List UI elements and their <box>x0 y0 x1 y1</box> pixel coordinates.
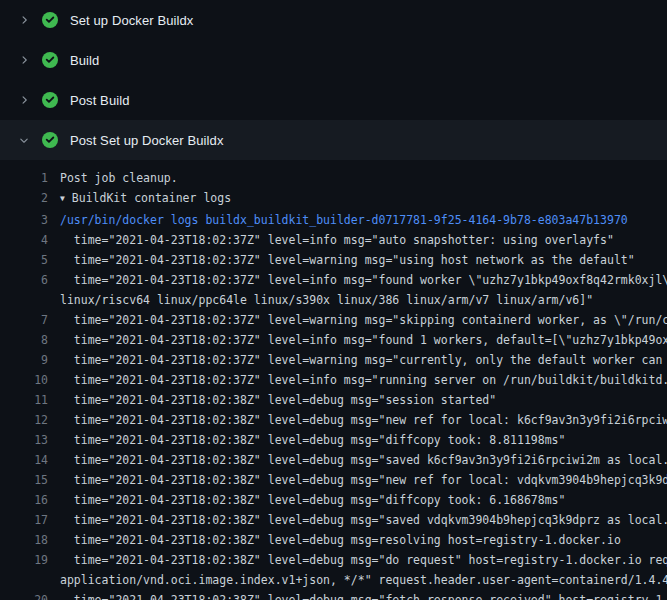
step-label: Post Set up Docker Buildx <box>70 133 224 148</box>
log-line: linux/riscv64 linux/ppc64le linux/s390x … <box>0 290 667 310</box>
log-text: time="2021-04-23T18:02:38Z" level=debug … <box>48 430 565 450</box>
line-number[interactable]: 19 <box>0 550 48 570</box>
line-number[interactable]: 18 <box>0 530 48 550</box>
log-text: time="2021-04-23T18:02:37Z" level=info m… <box>48 370 667 390</box>
success-check-icon <box>42 132 58 148</box>
line-number[interactable]: 14 <box>0 450 48 470</box>
log-text: time="2021-04-23T18:02:38Z" level=debug … <box>48 550 667 570</box>
log-text: time="2021-04-23T18:02:38Z" level=debug … <box>48 390 496 410</box>
log-text: time="2021-04-23T18:02:38Z" level=debug … <box>48 450 667 470</box>
line-number[interactable]: 20 <box>0 590 48 600</box>
log-text: time="2021-04-23T18:02:38Z" level=debug … <box>48 590 667 600</box>
line-number[interactable] <box>0 570 48 590</box>
line-number[interactable]: 8 <box>0 330 48 350</box>
step-header-post-build[interactable]: Post Build <box>0 80 667 120</box>
step-header-post-set-up-docker-buildx[interactable]: Post Set up Docker Buildx <box>0 120 667 160</box>
line-number[interactable]: 2 <box>0 188 48 210</box>
step-label: Post Build <box>70 93 130 108</box>
log-line: 19 time="2021-04-23T18:02:38Z" level=deb… <box>0 550 667 570</box>
log-text: time="2021-04-23T18:02:38Z" level=debug … <box>48 510 667 530</box>
log-line: 17 time="2021-04-23T18:02:38Z" level=deb… <box>0 510 667 530</box>
step-label: Build <box>70 53 99 68</box>
log-line: 20 time="2021-04-23T18:02:38Z" level=deb… <box>0 590 667 600</box>
log-line: 10 time="2021-04-23T18:02:37Z" level=inf… <box>0 370 667 390</box>
log-line: 1 Post job cleanup. <box>0 168 667 188</box>
line-number[interactable]: 12 <box>0 410 48 430</box>
log-line: 9 time="2021-04-23T18:02:37Z" level=warn… <box>0 350 667 370</box>
log-text: time="2021-04-23T18:02:37Z" level=warnin… <box>48 350 667 370</box>
log-line: 4 time="2021-04-23T18:02:37Z" level=info… <box>0 230 667 250</box>
log-line: 14 time="2021-04-23T18:02:38Z" level=deb… <box>0 450 667 470</box>
log-area: 1 Post job cleanup. 2 ▼BuildKit containe… <box>0 160 667 600</box>
line-number[interactable]: 17 <box>0 510 48 530</box>
log-line: application/vnd.oci.image.index.v1+json,… <box>0 570 667 590</box>
line-number[interactable]: 5 <box>0 250 48 270</box>
line-number[interactable] <box>0 290 48 310</box>
line-number[interactable]: 10 <box>0 370 48 390</box>
log-text: time="2021-04-23T18:02:38Z" level=debug … <box>48 490 565 510</box>
log-text: time="2021-04-23T18:02:37Z" level=info m… <box>48 270 667 290</box>
log-line: 12 time="2021-04-23T18:02:38Z" level=deb… <box>0 410 667 430</box>
log-text: time="2021-04-23T18:02:38Z" level=debug … <box>48 470 667 490</box>
log-line: 5 time="2021-04-23T18:02:37Z" level=warn… <box>0 250 667 270</box>
log-text: linux/riscv64 linux/ppc64le linux/s390x … <box>48 290 593 310</box>
line-number[interactable]: 15 <box>0 470 48 490</box>
chevron-right-icon[interactable] <box>16 12 32 28</box>
log-line: 15 time="2021-04-23T18:02:38Z" level=deb… <box>0 470 667 490</box>
log-line: 3 /usr/bin/docker logs buildx_buildkit_b… <box>0 210 667 230</box>
line-number[interactable]: 6 <box>0 270 48 290</box>
line-number[interactable]: 4 <box>0 230 48 250</box>
line-number[interactable]: 11 <box>0 390 48 410</box>
log-line: 16 time="2021-04-23T18:02:38Z" level=deb… <box>0 490 667 510</box>
chevron-right-icon[interactable] <box>16 92 32 108</box>
step-header-build[interactable]: Build <box>0 40 667 80</box>
step-label: Set up Docker Buildx <box>70 13 193 28</box>
log-text: time="2021-04-23T18:02:37Z" level=info m… <box>48 330 667 350</box>
line-number[interactable]: 16 <box>0 490 48 510</box>
log-group-toggle-icon[interactable]: ▼ <box>60 194 65 203</box>
line-number[interactable]: 1 <box>0 168 48 188</box>
log-line: 18 time="2021-04-23T18:02:38Z" level=deb… <box>0 530 667 550</box>
log-text: time="2021-04-23T18:02:37Z" level=warnin… <box>48 310 667 330</box>
log-text: time="2021-04-23T18:02:38Z" level=debug … <box>48 410 667 430</box>
log-line: 6 time="2021-04-23T18:02:37Z" level=info… <box>0 270 667 290</box>
steps-list: Set up Docker Buildx Build P <box>0 0 667 160</box>
actions-log-viewer: Set up Docker Buildx Build P <box>0 0 667 600</box>
log-line: 7 time="2021-04-23T18:02:37Z" level=warn… <box>0 310 667 330</box>
step-header-set-up-docker-buildx[interactable]: Set up Docker Buildx <box>0 0 667 40</box>
success-check-icon <box>42 92 58 108</box>
line-number[interactable]: 9 <box>0 350 48 370</box>
chevron-right-icon[interactable] <box>16 52 32 68</box>
log-text: application/vnd.oci.image.index.v1+json,… <box>48 570 667 590</box>
success-check-icon <box>42 52 58 68</box>
log-text: Post job cleanup. <box>48 168 178 188</box>
log-text: time="2021-04-23T18:02:38Z" level=debug … <box>48 530 621 550</box>
log-line: 11 time="2021-04-23T18:02:38Z" level=deb… <box>0 390 667 410</box>
log-text: /usr/bin/docker logs buildx_buildkit_bui… <box>48 210 628 230</box>
log-text: ▼BuildKit container logs <box>48 188 231 210</box>
log-line: 8 time="2021-04-23T18:02:37Z" level=info… <box>0 330 667 350</box>
line-number[interactable]: 3 <box>0 210 48 230</box>
log-line: 13 time="2021-04-23T18:02:38Z" level=deb… <box>0 430 667 450</box>
log-text: time="2021-04-23T18:02:37Z" level=info m… <box>48 230 614 250</box>
log-line: 2 ▼BuildKit container logs <box>0 188 667 210</box>
success-check-icon <box>42 12 58 28</box>
line-number[interactable]: 7 <box>0 310 48 330</box>
chevron-down-icon[interactable] <box>16 132 32 148</box>
line-number[interactable]: 13 <box>0 430 48 450</box>
log-text: time="2021-04-23T18:02:37Z" level=warnin… <box>48 250 635 270</box>
